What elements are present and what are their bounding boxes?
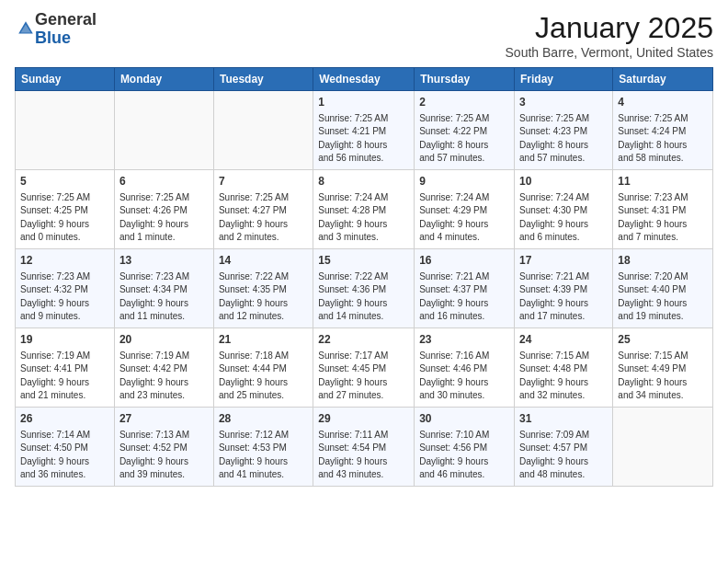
calendar-body: 1Sunrise: 7:25 AM Sunset: 4:21 PM Daylig… [16, 91, 713, 487]
day-info: Sunrise: 7:25 AM Sunset: 4:24 PM Dayligh… [618, 112, 708, 166]
day-info: Sunrise: 7:23 AM Sunset: 4:31 PM Dayligh… [618, 191, 708, 245]
calendar-week-row: 5Sunrise: 7:25 AM Sunset: 4:25 PM Daylig… [16, 170, 713, 249]
calendar-day-cell: 3Sunrise: 7:25 AM Sunset: 4:23 PM Daylig… [515, 91, 613, 170]
day-number: 10 [519, 174, 608, 190]
day-number: 22 [318, 332, 409, 348]
day-info: Sunrise: 7:18 AM Sunset: 4:44 PM Dayligh… [219, 350, 308, 403]
calendar-day-cell: 14Sunrise: 7:22 AM Sunset: 4:35 PM Dayli… [213, 249, 313, 328]
calendar-day-cell: 25Sunrise: 7:15 AM Sunset: 4:49 PM Dayli… [613, 328, 713, 408]
month-title: January 2025 [506, 11, 713, 45]
day-info: Sunrise: 7:25 AM Sunset: 4:23 PM Dayligh… [519, 112, 608, 166]
day-number: 2 [419, 95, 509, 110]
day-number: 13 [119, 253, 209, 269]
header: General Blue January 2025 South Barre, V… [15, 11, 713, 60]
day-number: 14 [219, 253, 308, 269]
calendar-day-cell: 18Sunrise: 7:20 AM Sunset: 4:40 PM Dayli… [613, 249, 713, 328]
day-info: Sunrise: 7:25 AM Sunset: 4:26 PM Dayligh… [119, 191, 209, 245]
calendar-day-cell: 21Sunrise: 7:18 AM Sunset: 4:44 PM Dayli… [213, 328, 313, 408]
day-info: Sunrise: 7:25 AM Sunset: 4:25 PM Dayligh… [20, 191, 109, 245]
day-number: 5 [20, 174, 109, 190]
day-info: Sunrise: 7:13 AM Sunset: 4:52 PM Dayligh… [119, 429, 209, 482]
location: South Barre, Vermont, United States [506, 45, 713, 60]
calendar-day-cell: 6Sunrise: 7:25 AM Sunset: 4:26 PM Daylig… [114, 170, 213, 249]
day-number: 4 [618, 95, 708, 110]
day-number: 30 [419, 411, 509, 427]
day-info: Sunrise: 7:19 AM Sunset: 4:42 PM Dayligh… [119, 350, 209, 403]
calendar-week-row: 19Sunrise: 7:19 AM Sunset: 4:41 PM Dayli… [16, 328, 713, 408]
day-number: 7 [219, 174, 308, 190]
logo: General Blue [15, 11, 97, 48]
calendar-day-cell [613, 408, 713, 487]
calendar-day-cell: 12Sunrise: 7:23 AM Sunset: 4:32 PM Dayli… [16, 249, 115, 328]
day-number: 8 [318, 174, 409, 190]
day-number: 16 [419, 253, 509, 269]
day-info: Sunrise: 7:24 AM Sunset: 4:28 PM Dayligh… [318, 191, 409, 245]
calendar-day-cell: 17Sunrise: 7:21 AM Sunset: 4:39 PM Dayli… [515, 249, 613, 328]
logo-blue: Blue [35, 29, 71, 47]
calendar-day-cell: 29Sunrise: 7:11 AM Sunset: 4:54 PM Dayli… [313, 408, 415, 487]
calendar-week-row: 12Sunrise: 7:23 AM Sunset: 4:32 PM Dayli… [16, 249, 713, 328]
calendar-day-cell: 9Sunrise: 7:24 AM Sunset: 4:29 PM Daylig… [415, 170, 515, 249]
day-info: Sunrise: 7:09 AM Sunset: 4:57 PM Dayligh… [519, 429, 608, 482]
calendar-week-row: 26Sunrise: 7:14 AM Sunset: 4:50 PM Dayli… [16, 408, 713, 487]
day-number: 12 [20, 253, 109, 269]
day-info: Sunrise: 7:24 AM Sunset: 4:29 PM Dayligh… [419, 191, 509, 245]
weekday-header-cell: Thursday [415, 68, 515, 91]
weekday-header-cell: Sunday [16, 68, 115, 91]
calendar-table: SundayMondayTuesdayWednesdayThursdayFrid… [15, 67, 713, 487]
weekday-header-cell: Saturday [613, 68, 713, 91]
title-block: January 2025 South Barre, Vermont, Unite… [506, 11, 713, 60]
day-number: 25 [618, 332, 708, 348]
day-number: 29 [318, 411, 409, 427]
day-info: Sunrise: 7:20 AM Sunset: 4:40 PM Dayligh… [618, 270, 708, 324]
day-number: 28 [219, 411, 308, 427]
calendar-week-row: 1Sunrise: 7:25 AM Sunset: 4:21 PM Daylig… [16, 91, 713, 170]
day-number: 20 [119, 332, 209, 348]
calendar-day-cell: 28Sunrise: 7:12 AM Sunset: 4:53 PM Dayli… [213, 408, 313, 487]
day-number: 24 [519, 332, 608, 348]
day-info: Sunrise: 7:24 AM Sunset: 4:30 PM Dayligh… [519, 191, 608, 245]
calendar-day-cell: 31Sunrise: 7:09 AM Sunset: 4:57 PM Dayli… [515, 408, 613, 487]
logo-general: General [35, 10, 97, 29]
calendar-day-cell: 7Sunrise: 7:25 AM Sunset: 4:27 PM Daylig… [213, 170, 313, 249]
weekday-header-cell: Tuesday [213, 68, 313, 91]
day-number: 1 [318, 95, 409, 110]
calendar-day-cell: 24Sunrise: 7:15 AM Sunset: 4:48 PM Dayli… [515, 328, 613, 408]
weekday-header-cell: Monday [114, 68, 213, 91]
day-number: 18 [618, 253, 708, 269]
day-info: Sunrise: 7:22 AM Sunset: 4:35 PM Dayligh… [219, 270, 308, 324]
day-number: 27 [119, 411, 209, 427]
logo-icon [17, 19, 35, 38]
day-number: 3 [519, 95, 608, 110]
day-number: 17 [519, 253, 608, 269]
day-info: Sunrise: 7:11 AM Sunset: 4:54 PM Dayligh… [318, 429, 409, 482]
calendar-day-cell [114, 91, 213, 170]
day-info: Sunrise: 7:21 AM Sunset: 4:39 PM Dayligh… [519, 270, 608, 324]
day-info: Sunrise: 7:12 AM Sunset: 4:53 PM Dayligh… [219, 429, 308, 482]
day-number: 26 [20, 411, 109, 427]
calendar-day-cell [16, 91, 115, 170]
day-info: Sunrise: 7:22 AM Sunset: 4:36 PM Dayligh… [318, 270, 409, 324]
day-number: 23 [419, 332, 509, 348]
calendar-day-cell: 26Sunrise: 7:14 AM Sunset: 4:50 PM Dayli… [16, 408, 115, 487]
calendar-day-cell: 4Sunrise: 7:25 AM Sunset: 4:24 PM Daylig… [613, 91, 713, 170]
calendar-day-cell: 15Sunrise: 7:22 AM Sunset: 4:36 PM Dayli… [313, 249, 415, 328]
calendar-day-cell: 16Sunrise: 7:21 AM Sunset: 4:37 PM Dayli… [415, 249, 515, 328]
calendar-day-cell: 30Sunrise: 7:10 AM Sunset: 4:56 PM Dayli… [415, 408, 515, 487]
day-info: Sunrise: 7:25 AM Sunset: 4:27 PM Dayligh… [219, 191, 308, 245]
day-info: Sunrise: 7:15 AM Sunset: 4:48 PM Dayligh… [519, 350, 608, 403]
day-info: Sunrise: 7:23 AM Sunset: 4:34 PM Dayligh… [119, 270, 209, 324]
calendar-day-cell: 11Sunrise: 7:23 AM Sunset: 4:31 PM Dayli… [613, 170, 713, 249]
day-info: Sunrise: 7:25 AM Sunset: 4:21 PM Dayligh… [318, 112, 409, 166]
calendar-day-cell: 23Sunrise: 7:16 AM Sunset: 4:46 PM Dayli… [415, 328, 515, 408]
day-number: 6 [119, 174, 209, 190]
day-info: Sunrise: 7:25 AM Sunset: 4:22 PM Dayligh… [419, 112, 509, 166]
calendar-day-cell [213, 91, 313, 170]
calendar-day-cell: 19Sunrise: 7:19 AM Sunset: 4:41 PM Dayli… [16, 328, 115, 408]
day-info: Sunrise: 7:10 AM Sunset: 4:56 PM Dayligh… [419, 429, 509, 482]
logo-text: General Blue [35, 11, 97, 48]
calendar-day-cell: 1Sunrise: 7:25 AM Sunset: 4:21 PM Daylig… [313, 91, 415, 170]
day-number: 19 [20, 332, 109, 348]
weekday-header-cell: Wednesday [313, 68, 415, 91]
calendar-day-cell: 20Sunrise: 7:19 AM Sunset: 4:42 PM Dayli… [114, 328, 213, 408]
